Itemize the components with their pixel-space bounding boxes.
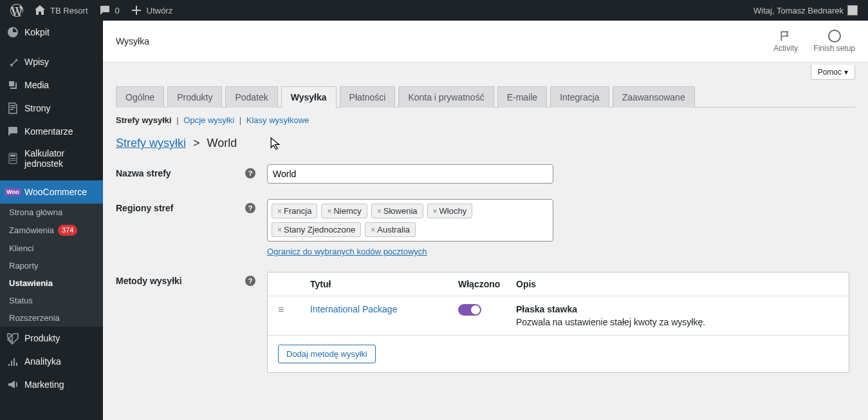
zone-name-input[interactable] (267, 164, 553, 184)
breadcrumb-current: World (207, 137, 237, 149)
zone-name-label: Nazwa strefy (116, 168, 171, 178)
method-title-link[interactable]: International Package (310, 304, 458, 314)
settings-tabs: Ogólne Produkty Podatek Wysyłka Płatnośc… (116, 86, 855, 108)
account-link[interactable]: Witaj, Tomasz Bednarek (748, 0, 863, 21)
add-method-button[interactable]: Dodaj metodę wysyłki (278, 345, 376, 363)
svg-point-6 (12, 160, 14, 161)
megaphone-icon (6, 378, 19, 391)
svg-point-3 (12, 158, 14, 159)
subtab-options[interactable]: Opcje wysyłki (183, 115, 234, 125)
tab-accounts[interactable]: Konta i prywatność (398, 86, 494, 108)
comment-count: 0 (115, 6, 120, 15)
sidebar-item-calculator[interactable]: Kalkulator jednostek (0, 143, 103, 174)
sidebar-item-comments[interactable]: Komentarze (0, 120, 103, 143)
methods-label: Metody wysyłki (116, 276, 182, 286)
tab-integration[interactable]: Integracja (550, 86, 609, 108)
sub-item-customers[interactable]: Klienci (0, 240, 103, 257)
sub-item-settings[interactable]: Ustawienia (0, 274, 103, 292)
help-icon[interactable]: ? (245, 203, 255, 213)
tab-products[interactable]: Produkty (167, 86, 222, 108)
tab-advanced[interactable]: Zaawansowane (613, 86, 695, 108)
new-link[interactable]: Utwórz (125, 0, 178, 21)
wordpress-icon (10, 4, 23, 17)
remove-tag-icon[interactable]: × (377, 207, 382, 216)
circle-icon (828, 30, 841, 43)
pin-icon (6, 55, 19, 68)
tab-payments[interactable]: Płatności (340, 86, 396, 108)
enabled-toggle[interactable] (458, 304, 481, 316)
sidebar-item-media[interactable]: Media (0, 73, 103, 97)
sub-item-home[interactable]: Strona główna (0, 204, 103, 221)
woocommerce-submenu: Strona główna Zamówienia 374 Klienci Rap… (0, 204, 103, 327)
activity-button[interactable]: Activity (773, 30, 798, 53)
sub-item-extensions[interactable]: Rozszerzenia (0, 309, 103, 327)
col-title: Tytuł (310, 279, 458, 289)
dashboard-icon (6, 26, 19, 39)
plus-icon (130, 4, 143, 17)
orders-badge: 374 (58, 225, 77, 236)
subtab-classes[interactable]: Klasy wysyłkowe (246, 115, 309, 125)
sidebar-item-posts[interactable]: Wpisy (0, 50, 103, 73)
products-icon (6, 332, 19, 345)
tab-emails[interactable]: E-maile (497, 86, 547, 108)
shipping-subtabs: Strefy wysyłki | Opcje wysyłki | Klasy w… (116, 115, 855, 125)
analytics-icon (6, 355, 19, 368)
method-desc-name: Płaska stawka (516, 304, 838, 314)
table-row: ≡ International Package Płaska stawka Po… (268, 296, 849, 335)
tab-tax[interactable]: Podatek (225, 86, 277, 108)
region-tag: ×Niemcy (321, 204, 367, 218)
col-enabled: Włączono (458, 279, 516, 289)
media-icon (6, 79, 19, 91)
tab-general[interactable]: Ogólne (116, 86, 164, 108)
comment-icon (98, 4, 111, 17)
postal-codes-link[interactable]: Ogranicz do wybranych kodów pocztowych (267, 247, 427, 256)
col-desc: Opis (516, 279, 838, 289)
woocommerce-icon: Woo (6, 186, 19, 198)
tab-shipping[interactable]: Wysyłka (281, 86, 337, 108)
shipping-methods-table: Tytuł Włączono Opis ≡ International Pack… (267, 272, 849, 373)
finish-setup-button[interactable]: Finish setup (813, 30, 855, 53)
wp-logo[interactable] (5, 0, 28, 21)
page-title: Wysyłka (116, 36, 149, 46)
svg-point-2 (10, 158, 12, 159)
svg-point-5 (10, 160, 12, 161)
region-tag: ×Stany Zjednoczone (272, 222, 361, 237)
help-icon[interactable]: ? (245, 168, 255, 178)
site-name: TB Resort (50, 6, 88, 15)
remove-tag-icon[interactable]: × (327, 207, 331, 216)
remove-tag-icon[interactable]: × (371, 225, 375, 234)
regions-select[interactable]: ×Francja ×Niemcy ×Słowenia ×Włochy ×Stan… (267, 199, 553, 242)
remove-tag-icon[interactable]: × (277, 225, 282, 234)
page-icon (6, 102, 19, 115)
sidebar-item-products[interactable]: Produkty (0, 327, 103, 350)
breadcrumb-link[interactable]: Strefy wysyłki (116, 137, 186, 149)
calculator-icon (6, 152, 19, 165)
region-tag: ×Australia (365, 222, 416, 237)
sidebar-item-analytics[interactable]: Analityka (0, 350, 103, 373)
sidebar-item-dashboard[interactable]: Kokpit (0, 21, 103, 44)
remove-tag-icon[interactable]: × (433, 207, 438, 216)
site-link[interactable]: TB Resort (28, 0, 93, 21)
sidebar-item-pages[interactable]: Strony (0, 97, 103, 120)
svg-point-4 (14, 158, 15, 159)
drag-handle-icon[interactable]: ≡ (278, 304, 310, 316)
home-icon (33, 4, 46, 17)
remove-tag-icon[interactable]: × (277, 207, 282, 216)
subtab-zones[interactable]: Strefy wysyłki (116, 115, 172, 125)
region-tag: ×Włochy (427, 204, 473, 218)
page-header: Wysyłka Activity Finish setup (103, 21, 868, 62)
sidebar-item-marketing[interactable]: Marketing (0, 373, 103, 396)
new-label: Utwórz (147, 6, 172, 15)
avatar (847, 5, 858, 15)
sub-item-status[interactable]: Status (0, 292, 103, 309)
main-content: Wysyłka Activity Finish setup Pomoc ▾ Og… (103, 21, 868, 420)
comments-link[interactable]: 0 (93, 0, 125, 21)
help-tab[interactable]: Pomoc ▾ (811, 65, 855, 80)
sub-item-orders[interactable]: Zamówienia 374 (0, 221, 103, 240)
sub-item-reports[interactable]: Raporty (0, 257, 103, 274)
regions-label: Regiony stref (116, 203, 173, 213)
help-icon[interactable]: ? (245, 276, 255, 286)
sidebar-item-woocommerce[interactable]: Woo WooCommerce (0, 180, 103, 204)
region-tag: ×Słowenia (371, 204, 423, 218)
admin-sidebar: Kokpit Wpisy Media Strony Komentarze Kal… (0, 21, 103, 420)
